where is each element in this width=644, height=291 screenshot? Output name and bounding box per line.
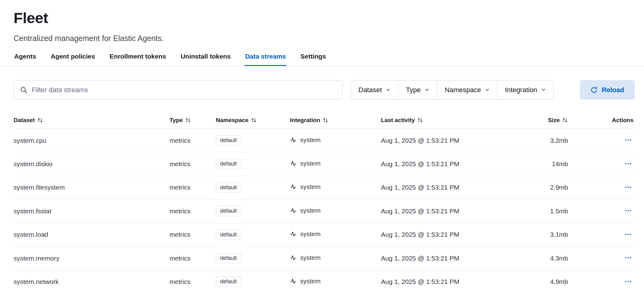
column-label: Namespace <box>216 117 249 124</box>
integration-name: system <box>300 254 321 261</box>
pulse-icon <box>290 278 297 285</box>
integration-name: system <box>300 277 321 285</box>
namespace-cell: default <box>216 129 290 152</box>
column-header-dataset[interactable]: Dataset <box>14 111 169 129</box>
type-cell: metrics <box>169 152 216 176</box>
column-label: Type <box>169 117 183 124</box>
sort-arrows-icon[interactable] <box>322 117 328 123</box>
namespace-badge: default <box>216 277 241 287</box>
row-actions-button[interactable] <box>623 253 634 263</box>
last-activity-cell: Aug 1, 2025 @ 1:53:21 PM <box>381 223 511 246</box>
column-header-last-activity[interactable]: Last activity <box>381 111 511 129</box>
tab-agents[interactable]: Agents <box>14 51 37 66</box>
actions-cell <box>569 176 635 199</box>
size-cell: 3.1mb <box>511 223 569 246</box>
namespace-badge: default <box>216 182 241 193</box>
column-header-namespace[interactable]: Namespace <box>216 111 290 129</box>
integration-cell: system <box>290 129 381 152</box>
row-actions-button[interactable] <box>623 159 634 169</box>
sort-arrows-icon[interactable] <box>185 117 191 123</box>
column-label: Actions <box>612 117 634 124</box>
pulse-icon <box>290 160 297 167</box>
ellipsis-icon <box>625 184 632 191</box>
dataset-cell: system.memory <box>14 246 169 270</box>
table-row: system.cpumetricsdefaultsystemAug 1, 202… <box>14 129 635 152</box>
row-actions-button[interactable] <box>623 206 634 216</box>
size-cell: 4.9mb <box>511 270 569 291</box>
column-header-type[interactable]: Type <box>169 111 216 129</box>
type-cell: metrics <box>169 129 216 152</box>
dataset-cell: system.filesystem <box>14 176 169 199</box>
column-header-actions: Actions <box>569 111 635 129</box>
integration-cell: system <box>290 199 381 223</box>
page-header: Fleet Centralized management for Elastic… <box>0 0 644 43</box>
refresh-icon <box>590 86 598 94</box>
ellipsis-icon <box>625 231 632 238</box>
sort-arrows-icon[interactable] <box>562 117 568 123</box>
last-activity-cell: Aug 1, 2025 @ 1:53:21 PM <box>381 270 511 291</box>
namespace-cell: default <box>216 199 290 223</box>
type-cell: metrics <box>169 223 216 246</box>
namespace-badge: default <box>216 159 241 169</box>
tab-data-streams[interactable]: Data streams <box>245 51 286 66</box>
row-actions-button[interactable] <box>623 135 634 146</box>
sort-arrows-icon[interactable] <box>251 117 257 123</box>
integration-cell: system <box>290 152 381 176</box>
table-row: system.diskiometricsdefaultsystemAug 1, … <box>14 152 635 176</box>
filter-label: Namespace <box>445 86 481 94</box>
dataset-cell: system.load <box>14 223 169 246</box>
column-header-size[interactable]: Size <box>511 111 569 129</box>
pulse-icon <box>290 183 297 190</box>
tab-uninstall-tokens[interactable]: Uninstall tokens <box>180 51 231 66</box>
namespace-badge: default <box>216 206 241 216</box>
chevron-down-icon <box>541 87 546 92</box>
type-cell: metrics <box>169 246 216 270</box>
pulse-icon <box>290 254 297 261</box>
pulse-icon <box>290 207 297 214</box>
actions-cell <box>569 199 635 223</box>
table-row: system.memorymetricsdefaultsystemAug 1, … <box>14 246 635 270</box>
ellipsis-icon <box>625 160 632 167</box>
actions-cell <box>569 129 635 152</box>
integration-name: system <box>300 230 321 238</box>
filter-integration[interactable]: Integration <box>498 80 554 99</box>
row-actions-button[interactable] <box>623 230 634 240</box>
tab-agent-policies[interactable]: Agent policies <box>50 51 96 66</box>
chevron-down-icon <box>386 87 391 92</box>
filter-type[interactable]: Type <box>399 80 437 99</box>
filter-group: DatasetTypeNamespaceIntegration <box>351 80 554 100</box>
tab-bar: AgentsAgent policiesEnrollment tokensUni… <box>14 51 635 66</box>
type-cell: metrics <box>169 199 216 223</box>
tab-enrollment-tokens[interactable]: Enrollment tokens <box>109 51 167 66</box>
filter-namespace[interactable]: Namespace <box>437 80 498 99</box>
dataset-cell: system.diskio <box>14 152 169 176</box>
integration-cell: system <box>290 246 381 270</box>
data-streams-table: DatasetTypeNamespaceIntegrationLast acti… <box>14 111 635 291</box>
integration-cell: system <box>290 223 381 246</box>
column-label: Integration <box>290 117 320 124</box>
filter-dataset[interactable]: Dataset <box>351 80 399 99</box>
search-box[interactable] <box>14 80 342 100</box>
namespace-cell: default <box>216 223 290 246</box>
sort-arrows-icon[interactable] <box>37 117 43 123</box>
row-actions-button[interactable] <box>623 182 634 193</box>
table-row: system.fsstatmetricsdefaultsystemAug 1, … <box>14 199 635 223</box>
chevron-down-icon <box>424 87 430 92</box>
tab-settings[interactable]: Settings <box>300 51 327 66</box>
filter-label: Type <box>406 86 421 94</box>
tab-bar-wrap: AgentsAgent policiesEnrollment tokensUni… <box>0 51 644 66</box>
last-activity-cell: Aug 1, 2025 @ 1:53:21 PM <box>381 152 511 176</box>
integration-cell: system <box>290 176 381 199</box>
page-title: Fleet <box>14 9 635 27</box>
column-label: Size <box>548 117 560 124</box>
sort-arrows-icon[interactable] <box>417 117 423 123</box>
search-input[interactable] <box>32 86 336 94</box>
dataset-cell: system.cpu <box>14 129 169 152</box>
column-header-integration[interactable]: Integration <box>290 111 381 129</box>
integration-cell: system <box>290 270 381 291</box>
reload-button[interactable]: Reload <box>580 80 635 100</box>
actions-cell <box>569 152 635 176</box>
actions-cell <box>569 270 635 291</box>
namespace-badge: default <box>216 135 241 146</box>
row-actions-button[interactable] <box>623 277 634 287</box>
